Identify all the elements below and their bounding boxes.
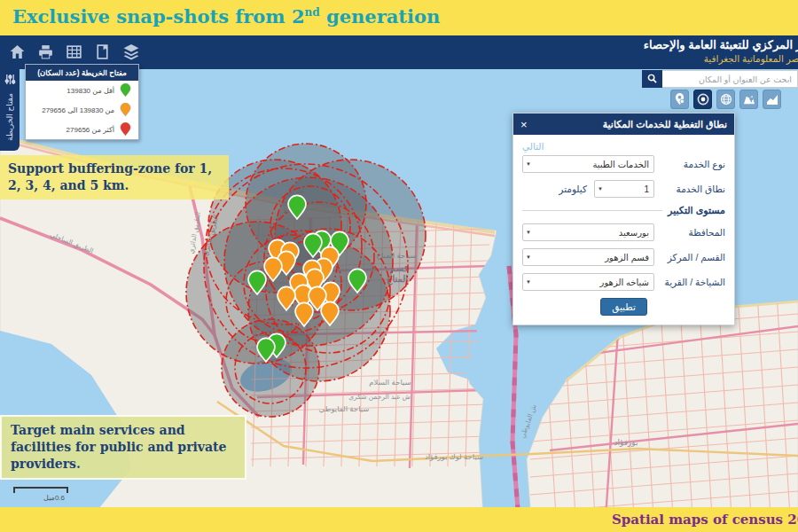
dropdown-caret-icon: ▼ <box>526 230 531 235</box>
bottom-banner: Spatial maps of census 2017 <box>0 507 798 532</box>
range-unit-label: كيلومتر <box>559 184 587 194</box>
map-pin-icon <box>743 94 755 106</box>
governorate-select[interactable]: بورسعيد ▼ <box>522 223 654 241</box>
service-type-label: نوع الخدمة <box>661 159 725 169</box>
red-pin-icon <box>120 122 131 137</box>
top-banner: Exclusive snap-shots from 2nd generation <box>0 0 798 35</box>
district-label: القسم / المركز <box>661 252 725 262</box>
home-icon[interactable] <box>9 43 26 60</box>
map-legend-panel: مفتاح الخريطة (عدد السكان) أقل من 139830… <box>25 64 139 140</box>
sliders-icon <box>4 73 16 89</box>
coverage-dialog: نطاق التغطية للخدمات المكانية × التالي ن… <box>512 113 735 325</box>
map-place-label: سياحة الفايوطي <box>319 404 370 413</box>
report-icon[interactable] <box>94 43 111 60</box>
side-tab-label: مفتاح الخريطة <box>5 93 14 141</box>
map-place-label: ش عبد الرحمن شكري <box>348 393 411 401</box>
buffer-coverage-tool-button[interactable] <box>693 90 712 109</box>
globe-network-tool-button[interactable] <box>716 90 735 109</box>
village-row: الشياخة / القرية شياخه الزهور ▼ <box>522 273 725 291</box>
zoom-level-section: مستوى التكبير <box>522 205 725 216</box>
legend-label: من 139830 الى 279656 <box>42 106 114 114</box>
footer-credit: Spatial maps of census 2017 <box>612 512 798 528</box>
statistics-chart-tool-button[interactable] <box>763 90 781 109</box>
target-annotation: Target main services and facilities for … <box>0 415 246 480</box>
layers-icon[interactable] <box>122 43 140 60</box>
dropdown-caret-icon: ▼ <box>526 254 531 260</box>
next-link[interactable]: التالي <box>522 141 725 152</box>
service-range-row: نطاق الخدمة 1 ▼ كيلومتر <box>522 180 725 198</box>
dialog-body: التالي نوع الخدمة الخدمات الطبية ▼ نطاق … <box>513 135 734 325</box>
map-place-label: سياحة لوك بورفؤاد <box>425 452 483 461</box>
map-scalebar: 0.6ميل <box>13 487 68 502</box>
village-select[interactable]: شياخه الزهور ▼ <box>522 273 654 291</box>
buffer-rings-icon <box>697 93 709 106</box>
map-place-label: سياحة السلام <box>369 378 411 387</box>
map-key-side-tab[interactable]: مفتاح الخريطة <box>0 69 20 151</box>
service-type-select[interactable]: الخدمات الطبية ▼ <box>522 155 654 173</box>
dropdown-caret-icon: ▼ <box>526 161 531 167</box>
legend-label: أكثر من 279656 <box>66 126 114 134</box>
banner-title: Exclusive snap-shots from 2nd generation <box>12 5 440 27</box>
service-range-label: نطاق الخدمة <box>661 184 725 194</box>
service-range-select[interactable]: 1 ▼ <box>594 180 654 198</box>
agency-title: الجهاز المركزي للتعبئة العامة والإحصاء <box>644 38 798 51</box>
search-button[interactable] <box>642 70 662 88</box>
search-input[interactable] <box>662 70 798 88</box>
dialog-title: نطاق التغطية للخدمات المكانية <box>603 119 727 130</box>
legend-item-mid: من 139830 الى 279656 <box>26 100 138 120</box>
map-route-tool-button[interactable] <box>739 90 758 109</box>
search-icon <box>647 73 657 86</box>
legend-item-high: أكثر من 279656 <box>26 120 138 139</box>
green-pin-icon <box>120 83 131 98</box>
service-pin-tool-button[interactable] <box>670 90 689 109</box>
search-bar <box>642 70 798 88</box>
scalebar-line <box>13 487 68 493</box>
map-toolbar <box>670 90 781 109</box>
zoom-level-section-title: مستوى التكبير <box>668 205 725 216</box>
legend-item-low: أقل من 139830 <box>26 81 138 100</box>
close-icon[interactable]: × <box>520 119 528 130</box>
district-row: القسم / المركز قسم الزهور ▼ <box>522 248 725 266</box>
chart-icon <box>766 94 778 106</box>
apply-button[interactable]: تطبيق <box>600 298 647 316</box>
portal-subtitle: بوابة مصر المعلوماتية الجغرافية <box>644 53 798 64</box>
globe-icon <box>720 93 732 106</box>
pin-gear-icon <box>674 93 685 106</box>
agency-title-block: الجهاز المركزي للتعبئة العامة والإحصاء ب… <box>644 38 798 64</box>
district-select[interactable]: قسم الزهور ▼ <box>522 248 654 266</box>
legend-label: أقل من 139830 <box>66 87 114 95</box>
legend-title: مفتاح الخريطة (عدد السكان) <box>26 65 138 81</box>
map-place-label: بورفؤاد <box>614 438 638 447</box>
dropdown-caret-icon: ▼ <box>598 186 603 192</box>
scalebar-label: 0.6ميل <box>13 494 65 502</box>
print-icon[interactable] <box>37 43 54 60</box>
governorate-label: المحافظة <box>661 227 725 238</box>
service-type-row: نوع الخدمة الخدمات الطبية ▼ <box>522 155 725 173</box>
dropdown-caret-icon: ▼ <box>526 279 531 285</box>
governorate-row: المحافظة بورسعيد ▼ <box>522 223 725 241</box>
buffer-annotation: Support buffering-zone for 1, 2, 3, 4, a… <box>0 155 229 200</box>
section-divider <box>522 210 662 211</box>
dialog-header: نطاق التغطية للخدمات المكانية × <box>513 113 734 135</box>
village-label: الشياخة / القرية <box>661 277 725 287</box>
orange-pin-icon <box>120 103 131 117</box>
table-icon[interactable] <box>66 43 82 60</box>
